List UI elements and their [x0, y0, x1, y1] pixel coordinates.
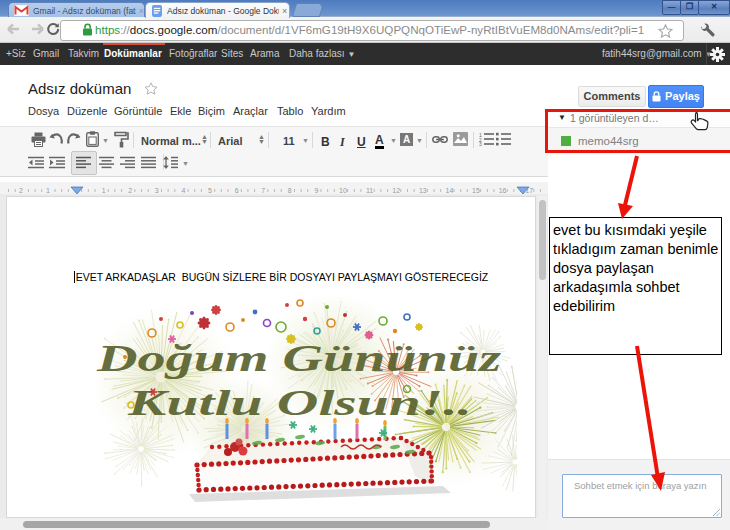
svg-text:1: 1 — [46, 187, 50, 194]
svg-text:15: 15 — [472, 187, 480, 194]
svg-text:Doğum Gününüz: Doğum Gününüz — [96, 337, 502, 379]
svg-text:11: 11 — [366, 187, 373, 194]
svg-text:14: 14 — [446, 187, 454, 194]
svg-text:1: 1 — [102, 187, 106, 194]
svg-text:13: 13 — [419, 187, 427, 194]
svg-text:10: 10 — [339, 187, 347, 194]
svg-text:8: 8 — [288, 187, 292, 194]
svg-text:6: 6 — [235, 187, 239, 194]
svg-text:3: 3 — [155, 187, 159, 194]
svg-text:Kutlu Olsun!..: Kutlu Olsun!.. — [126, 383, 472, 423]
svg-text:12: 12 — [392, 187, 400, 194]
svg-text:16: 16 — [499, 187, 507, 194]
svg-text:4: 4 — [181, 187, 185, 194]
svg-text:5: 5 — [208, 187, 212, 194]
svg-text:7: 7 — [261, 187, 265, 194]
svg-text:2: 2 — [19, 187, 23, 194]
svg-text:9: 9 — [314, 187, 318, 194]
svg-text:2: 2 — [128, 187, 132, 194]
svg-text:3: 3 — [479, 141, 482, 146]
